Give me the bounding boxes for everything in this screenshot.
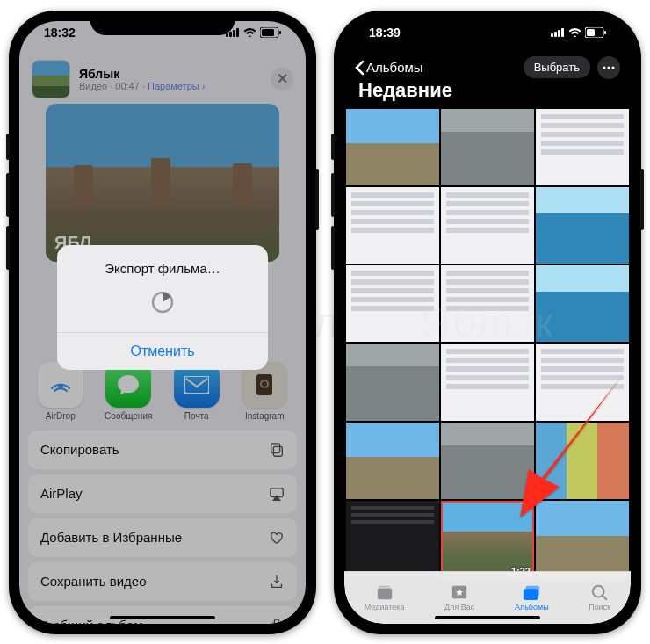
- more-button[interactable]: [597, 56, 620, 79]
- svg-rect-27: [377, 588, 391, 599]
- photo-thumb[interactable]: [441, 187, 534, 264]
- battery-icon: [585, 27, 606, 38]
- svg-point-25: [607, 66, 610, 69]
- svg-rect-1: [229, 32, 232, 37]
- photo-thumb[interactable]: [536, 187, 629, 264]
- phone-left: 18:32 Яблык Видео · 00:47 · Параметры › …: [9, 11, 316, 634]
- svg-rect-22: [587, 29, 595, 36]
- svg-rect-19: [558, 30, 560, 37]
- home-indicator[interactable]: [435, 616, 540, 619]
- status-time: 18:39: [369, 25, 401, 40]
- cancel-button[interactable]: Отменить: [57, 332, 268, 370]
- photo-thumb[interactable]: [536, 423, 629, 499]
- svg-rect-28: [379, 586, 390, 588]
- album-title: Недавние: [358, 79, 452, 102]
- svg-rect-17: [551, 33, 553, 37]
- modal-title: Экспорт фильма…: [57, 245, 268, 281]
- svg-rect-3: [236, 28, 239, 37]
- battery-icon: [260, 27, 281, 38]
- photo-thumb[interactable]: [346, 501, 439, 577]
- progress-icon: [57, 281, 268, 332]
- select-button[interactable]: Выбрать: [524, 56, 590, 78]
- svg-rect-6: [279, 31, 281, 34]
- tab-albums[interactable]: Альбомы: [515, 583, 549, 611]
- photo-thumb[interactable]: [346, 109, 439, 185]
- photo-thumb[interactable]: [346, 344, 439, 420]
- svg-rect-31: [526, 586, 539, 597]
- svg-rect-23: [604, 31, 606, 34]
- photo-thumb[interactable]: [441, 423, 534, 499]
- photo-thumb-highlighted[interactable]: 1:22: [441, 501, 534, 577]
- photo-thumb[interactable]: [536, 109, 629, 185]
- ellipsis-icon: [603, 66, 615, 69]
- foryou-icon: [450, 583, 469, 601]
- svg-point-26: [611, 66, 614, 69]
- chevron-left-icon: [355, 60, 365, 76]
- wifi-icon: [243, 27, 256, 37]
- tab-library[interactable]: Медиатека: [365, 583, 405, 611]
- wifi-icon: [568, 27, 581, 37]
- status-time: 18:32: [44, 25, 76, 40]
- svg-rect-5: [262, 29, 274, 36]
- svg-point-24: [603, 66, 605, 69]
- photo-thumb[interactable]: [441, 109, 534, 185]
- back-button[interactable]: Альбомы: [355, 60, 423, 76]
- svg-rect-18: [554, 32, 557, 37]
- tab-foryou[interactable]: Для Вас: [444, 583, 474, 611]
- svg-rect-2: [233, 30, 235, 37]
- photo-thumb[interactable]: [536, 344, 629, 420]
- search-icon: [590, 583, 610, 601]
- watermark: Яблык: [420, 298, 555, 346]
- svg-rect-20: [561, 28, 564, 37]
- photo-thumb[interactable]: [441, 344, 534, 420]
- albums-icon: [522, 583, 541, 601]
- photo-thumb[interactable]: [346, 187, 439, 264]
- export-modal: Экспорт фильма… Отменить: [57, 245, 268, 370]
- tab-search[interactable]: Поиск: [589, 583, 610, 611]
- photo-thumb[interactable]: [536, 501, 629, 577]
- photo-thumb[interactable]: [346, 423, 439, 499]
- library-icon: [375, 583, 394, 601]
- svg-rect-0: [226, 33, 228, 37]
- phone-right: 18:39 Альбомы Выбрать Недавние: [334, 11, 641, 634]
